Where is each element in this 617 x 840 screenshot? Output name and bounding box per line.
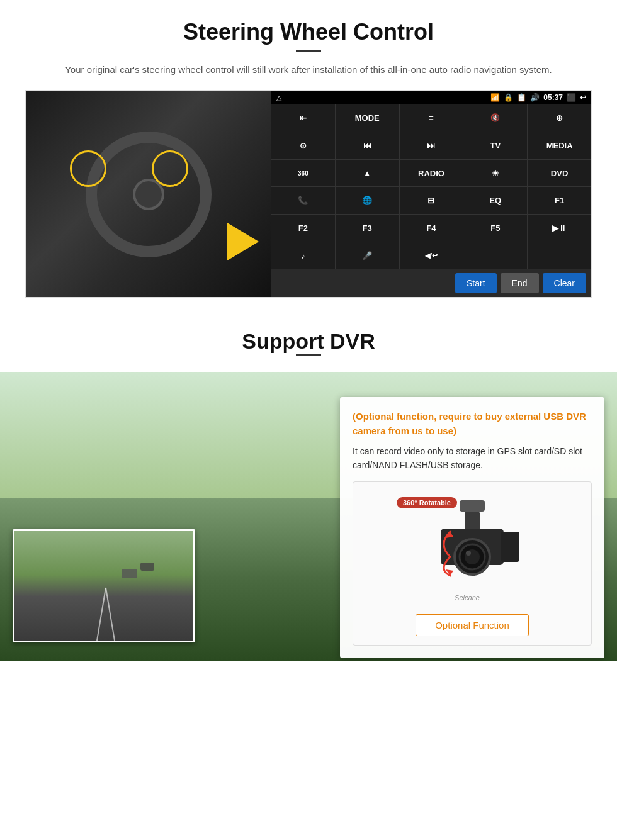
grid-f4-btn[interactable]: F4 xyxy=(400,215,463,242)
grid-media-btn[interactable]: MEDIA xyxy=(528,132,591,159)
grid-mode-btn[interactable]: MODE xyxy=(336,104,399,132)
svg-rect-0 xyxy=(460,500,485,512)
end-button[interactable]: End xyxy=(501,273,539,293)
grid-web-btn[interactable]: 🌐 xyxy=(336,187,399,214)
web-icon: 🌐 xyxy=(362,196,372,205)
svg-rect-10 xyxy=(14,531,195,642)
steering-wheel-bg xyxy=(26,91,271,298)
dvr-camera-box: 360° Rotatable xyxy=(353,481,592,646)
dvr-title-divider xyxy=(296,354,321,356)
dvr-section: Support DVR (Optional function, require … xyxy=(0,310,617,686)
grid-f3-btn[interactable]: F3 xyxy=(336,215,399,242)
rotate-badge: 360° Rotatable xyxy=(397,497,457,508)
statusbar-left: △ xyxy=(276,94,281,102)
lock-icon: 🔒 xyxy=(504,93,513,102)
grid-backnav-btn[interactable]: ◀/↩ xyxy=(400,242,463,269)
radio-label: RADIO xyxy=(418,169,444,178)
grid-nav-btn[interactable]: ⇤ xyxy=(271,104,335,132)
camera-illustration: 360° Rotatable xyxy=(390,491,554,591)
start-button[interactable]: Start xyxy=(455,273,497,293)
android-ui-panel: △ 📶 🔒 📋 🔊 05:37 ⬛ ↩ ⇤ MODE ≡ 🔇 ⊕ xyxy=(271,91,591,297)
steering-wheel-outer xyxy=(86,132,212,257)
phone-icon: 📞 xyxy=(298,196,308,205)
360-label: 360 xyxy=(298,170,308,177)
grid-brightness-btn[interactable]: ☀ xyxy=(463,160,527,187)
android-button-grid: ⇤ MODE ≡ 🔇 ⊕ ⊙ ⏮ ⏭ TV MEDIA 360 ▲ RADIO … xyxy=(271,104,591,269)
title-divider xyxy=(296,50,321,52)
f5-label: F5 xyxy=(490,223,500,233)
eject-icon: ▲ xyxy=(363,169,371,178)
camera-svg xyxy=(403,497,541,585)
f2-label: F2 xyxy=(298,223,308,233)
dvr-title: Support DVR xyxy=(0,329,617,354)
grid-radio-btn[interactable]: RADIO xyxy=(400,160,463,187)
inset-road-scene xyxy=(14,531,193,641)
grid-phone-btn[interactable]: 📞 xyxy=(271,187,335,214)
grid-settings-btn[interactable]: ⊙ xyxy=(271,132,335,159)
volume-icon: 🔊 xyxy=(530,93,540,102)
dvr-info-box: (Optional function, require to buy exter… xyxy=(340,397,604,658)
apps-icon: ⊕ xyxy=(556,113,563,123)
playpause-icon: ▶⏸ xyxy=(552,223,567,233)
dvr-title-area: Support DVR xyxy=(0,310,617,372)
grid-screen-btn[interactable]: ⊟ xyxy=(400,187,463,214)
tv-label: TV xyxy=(490,141,501,150)
dvr-optional-text: (Optional function, require to buy exter… xyxy=(353,410,592,438)
mode-label: MODE xyxy=(355,113,380,123)
steering-section: Steering Wheel Control Your original car… xyxy=(0,0,617,310)
steering-description: Your original car's steering wheel contr… xyxy=(50,62,567,77)
grid-f1-btn[interactable]: F1 xyxy=(528,187,591,214)
wifi-icon: 📶 xyxy=(490,93,500,102)
svg-rect-13 xyxy=(122,569,137,578)
screen-icon: ⬛ xyxy=(567,93,576,102)
grid-prev-btn[interactable]: ⏮ xyxy=(336,132,399,159)
steering-composite: △ 📶 🔒 📋 🔊 05:37 ⬛ ↩ ⇤ MODE ≡ 🔇 ⊕ xyxy=(25,90,592,298)
dvr-description: It can record video only to storage in G… xyxy=(353,444,592,473)
mute-icon: 🔇 xyxy=(490,113,500,122)
sim-icon: 📋 xyxy=(517,93,526,102)
dvr-background-photo: (Optional function, require to buy exter… xyxy=(0,372,617,661)
prev-icon: ⏮ xyxy=(363,141,371,150)
grid-next-btn[interactable]: ⏭ xyxy=(400,132,463,159)
clear-button[interactable]: Clear xyxy=(543,273,586,293)
grid-mute-btn[interactable]: 🔇 xyxy=(463,104,527,132)
statusbar-time: 05:37 xyxy=(543,93,563,102)
grid-f5-btn[interactable]: F5 xyxy=(463,215,527,242)
menu-icon: ≡ xyxy=(429,113,434,123)
highlight-circle-right xyxy=(152,150,188,187)
brightness-icon: ☀ xyxy=(492,169,499,178)
svg-line-12 xyxy=(106,588,115,642)
nav-icon: ⇤ xyxy=(300,113,307,123)
inset-road-svg xyxy=(14,531,195,642)
grid-eq-btn[interactable]: EQ xyxy=(463,187,527,214)
grid-menu-btn[interactable]: ≡ xyxy=(400,104,463,132)
yellow-arrow-icon xyxy=(227,223,259,260)
music-icon: ♪ xyxy=(301,251,305,260)
grid-dvd-btn[interactable]: DVD xyxy=(528,160,591,187)
f4-label: F4 xyxy=(426,223,436,233)
grid-tv-btn[interactable]: TV xyxy=(463,132,527,159)
optional-function-button[interactable]: Optional Function xyxy=(416,614,529,636)
android-bottom-bar: Start End Clear xyxy=(271,269,591,297)
highlight-circle-left xyxy=(70,150,106,187)
dvd-label: DVD xyxy=(551,169,568,178)
grid-empty1 xyxy=(463,242,527,269)
grid-f2-btn[interactable]: F2 xyxy=(271,215,335,242)
android-statusbar: △ 📶 🔒 📋 🔊 05:37 ⬛ ↩ xyxy=(271,91,591,104)
grid-eject-btn[interactable]: ▲ xyxy=(336,160,399,187)
svg-rect-1 xyxy=(465,512,480,530)
grid-mic-btn[interactable]: 🎤 xyxy=(336,242,399,269)
grid-playpause-btn[interactable]: ▶⏸ xyxy=(528,215,591,242)
svg-point-6 xyxy=(466,551,471,556)
mic-icon: 🎤 xyxy=(362,251,372,260)
back-icon: ↩ xyxy=(580,93,586,102)
grid-music-btn[interactable]: ♪ xyxy=(271,242,335,269)
svg-rect-7 xyxy=(501,532,519,562)
seicane-watermark: Seicane xyxy=(455,594,480,602)
steering-title: Steering Wheel Control xyxy=(25,19,592,45)
svg-rect-14 xyxy=(140,563,154,571)
f1-label: F1 xyxy=(555,196,564,205)
grid-360-btn[interactable]: 360 xyxy=(271,160,335,187)
f3-label: F3 xyxy=(363,223,372,233)
grid-apps-btn[interactable]: ⊕ xyxy=(528,104,591,132)
